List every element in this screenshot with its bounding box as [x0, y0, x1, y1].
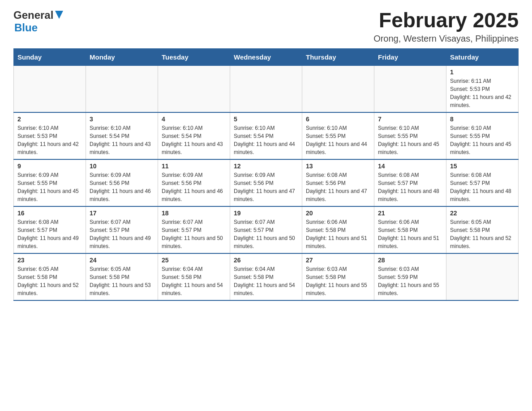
calendar-cell: 25Sunrise: 6:04 AMSunset: 5:58 PMDayligh… [158, 253, 230, 300]
calendar-cell: 27Sunrise: 6:03 AMSunset: 5:58 PMDayligh… [302, 253, 374, 300]
day-number: 16 [17, 210, 82, 217]
day-info: Sunrise: 6:09 AMSunset: 5:56 PMDaylight:… [90, 171, 154, 203]
day-info: Sunrise: 6:11 AMSunset: 5:53 PMDaylight:… [450, 77, 515, 109]
location-subtitle: Orong, Western Visayas, Philippines [373, 34, 519, 44]
day-number: 13 [306, 163, 370, 170]
weekday-header-wednesday: Wednesday [230, 48, 302, 65]
calendar-cell [446, 253, 519, 300]
day-info: Sunrise: 6:10 AMSunset: 5:54 PMDaylight:… [90, 124, 154, 156]
calendar-cell: 18Sunrise: 6:07 AMSunset: 5:57 PMDayligh… [158, 206, 230, 253]
day-number: 18 [162, 210, 226, 217]
calendar-cell: 17Sunrise: 6:07 AMSunset: 5:57 PMDayligh… [86, 206, 158, 253]
day-info: Sunrise: 6:10 AMSunset: 5:55 PMDaylight:… [306, 124, 370, 156]
day-number: 23 [17, 257, 82, 264]
day-number: 8 [450, 116, 515, 123]
weekday-header-tuesday: Tuesday [158, 48, 230, 65]
weekday-header-monday: Monday [86, 48, 158, 65]
svg-marker-0 [55, 11, 63, 19]
day-number: 11 [162, 163, 226, 170]
day-info: Sunrise: 6:04 AMSunset: 5:58 PMDaylight:… [162, 265, 226, 297]
calendar-cell: 4Sunrise: 6:10 AMSunset: 5:54 PMDaylight… [158, 112, 230, 159]
day-number: 19 [234, 210, 298, 217]
calendar-week-row: 2Sunrise: 6:10 AMSunset: 5:53 PMDaylight… [14, 112, 519, 159]
calendar-cell: 19Sunrise: 6:07 AMSunset: 5:57 PMDayligh… [230, 206, 302, 253]
calendar-week-row: 23Sunrise: 6:05 AMSunset: 5:58 PMDayligh… [14, 253, 519, 300]
calendar-week-row: 9Sunrise: 6:09 AMSunset: 5:55 PMDaylight… [14, 159, 519, 206]
calendar-cell: 7Sunrise: 6:10 AMSunset: 5:55 PMDaylight… [374, 112, 446, 159]
day-info: Sunrise: 6:07 AMSunset: 5:57 PMDaylight:… [90, 218, 154, 250]
day-number: 14 [378, 163, 442, 170]
day-info: Sunrise: 6:10 AMSunset: 5:53 PMDaylight:… [17, 124, 82, 156]
day-info: Sunrise: 6:09 AMSunset: 5:56 PMDaylight:… [234, 171, 298, 203]
day-info: Sunrise: 6:10 AMSunset: 5:55 PMDaylight:… [450, 124, 515, 156]
day-number: 9 [17, 163, 82, 170]
weekday-header-thursday: Thursday [302, 48, 374, 65]
day-number: 21 [378, 210, 442, 217]
calendar-cell: 9Sunrise: 6:09 AMSunset: 5:55 PMDaylight… [14, 159, 86, 206]
day-number: 27 [306, 257, 370, 264]
weekday-header-friday: Friday [374, 48, 446, 65]
day-number: 26 [234, 257, 298, 264]
day-number: 4 [162, 116, 226, 123]
day-info: Sunrise: 6:05 AMSunset: 5:58 PMDaylight:… [450, 218, 515, 250]
day-info: Sunrise: 6:04 AMSunset: 5:58 PMDaylight:… [234, 265, 298, 297]
calendar-title: February 2025 [373, 9, 519, 32]
calendar-cell [86, 65, 158, 112]
calendar-week-row: 16Sunrise: 6:08 AMSunset: 5:57 PMDayligh… [14, 206, 519, 253]
day-number: 17 [90, 210, 154, 217]
calendar-cell: 15Sunrise: 6:08 AMSunset: 5:57 PMDayligh… [446, 159, 519, 206]
day-number: 15 [450, 163, 515, 170]
day-info: Sunrise: 6:07 AMSunset: 5:57 PMDaylight:… [234, 218, 298, 250]
calendar-cell: 28Sunrise: 6:03 AMSunset: 5:59 PMDayligh… [374, 253, 446, 300]
title-block: February 2025 Orong, Western Visayas, Ph… [373, 9, 519, 44]
day-info: Sunrise: 6:10 AMSunset: 5:55 PMDaylight:… [378, 124, 442, 156]
day-number: 3 [90, 116, 154, 123]
day-info: Sunrise: 6:08 AMSunset: 5:57 PMDaylight:… [450, 171, 515, 203]
calendar-cell [302, 65, 374, 112]
day-info: Sunrise: 6:09 AMSunset: 5:56 PMDaylight:… [162, 171, 226, 203]
day-info: Sunrise: 6:10 AMSunset: 5:54 PMDaylight:… [234, 124, 298, 156]
calendar-cell: 5Sunrise: 6:10 AMSunset: 5:54 PMDaylight… [230, 112, 302, 159]
day-info: Sunrise: 6:07 AMSunset: 5:57 PMDaylight:… [162, 218, 226, 250]
logo-general-text: General [13, 9, 53, 21]
calendar-cell: 11Sunrise: 6:09 AMSunset: 5:56 PMDayligh… [158, 159, 230, 206]
day-info: Sunrise: 6:03 AMSunset: 5:59 PMDaylight:… [378, 265, 442, 297]
day-info: Sunrise: 6:05 AMSunset: 5:58 PMDaylight:… [90, 265, 154, 297]
calendar-cell: 2Sunrise: 6:10 AMSunset: 5:53 PMDaylight… [14, 112, 86, 159]
calendar-cell: 21Sunrise: 6:06 AMSunset: 5:58 PMDayligh… [374, 206, 446, 253]
calendar-cell: 20Sunrise: 6:06 AMSunset: 5:58 PMDayligh… [302, 206, 374, 253]
calendar-cell: 1Sunrise: 6:11 AMSunset: 5:53 PMDaylight… [446, 65, 519, 112]
calendar-cell: 6Sunrise: 6:10 AMSunset: 5:55 PMDaylight… [302, 112, 374, 159]
day-number: 2 [17, 116, 82, 123]
logo: General Blue [13, 9, 63, 34]
day-number: 25 [162, 257, 226, 264]
calendar-cell: 3Sunrise: 6:10 AMSunset: 5:54 PMDaylight… [86, 112, 158, 159]
calendar-cell: 23Sunrise: 6:05 AMSunset: 5:58 PMDayligh… [14, 253, 86, 300]
calendar-cell: 22Sunrise: 6:05 AMSunset: 5:58 PMDayligh… [446, 206, 519, 253]
calendar-cell: 16Sunrise: 6:08 AMSunset: 5:57 PMDayligh… [14, 206, 86, 253]
page-header: General Blue February 2025 Orong, Wester… [13, 9, 519, 44]
weekday-header-row: SundayMondayTuesdayWednesdayThursdayFrid… [14, 48, 519, 65]
calendar-cell [230, 65, 302, 112]
day-info: Sunrise: 6:08 AMSunset: 5:57 PMDaylight:… [378, 171, 442, 203]
calendar-cell: 26Sunrise: 6:04 AMSunset: 5:58 PMDayligh… [230, 253, 302, 300]
day-number: 5 [234, 116, 298, 123]
day-info: Sunrise: 6:06 AMSunset: 5:58 PMDaylight:… [378, 218, 442, 250]
calendar-cell [158, 65, 230, 112]
day-number: 22 [450, 210, 515, 217]
calendar-cell [14, 65, 86, 112]
calendar-cell: 13Sunrise: 6:08 AMSunset: 5:56 PMDayligh… [302, 159, 374, 206]
calendar-cell: 12Sunrise: 6:09 AMSunset: 5:56 PMDayligh… [230, 159, 302, 206]
calendar-cell: 14Sunrise: 6:08 AMSunset: 5:57 PMDayligh… [374, 159, 446, 206]
calendar-cell: 8Sunrise: 6:10 AMSunset: 5:55 PMDaylight… [446, 112, 519, 159]
day-number: 24 [90, 257, 154, 264]
day-info: Sunrise: 6:03 AMSunset: 5:58 PMDaylight:… [306, 265, 370, 297]
day-number: 20 [306, 210, 370, 217]
weekday-header-saturday: Saturday [446, 48, 519, 65]
day-number: 1 [450, 68, 515, 76]
day-number: 28 [378, 257, 442, 264]
logo-blue-text: Blue [14, 21, 38, 34]
calendar-cell [374, 65, 446, 112]
calendar-table: SundayMondayTuesdayWednesdayThursdayFrid… [13, 48, 519, 301]
day-number: 10 [90, 163, 154, 170]
